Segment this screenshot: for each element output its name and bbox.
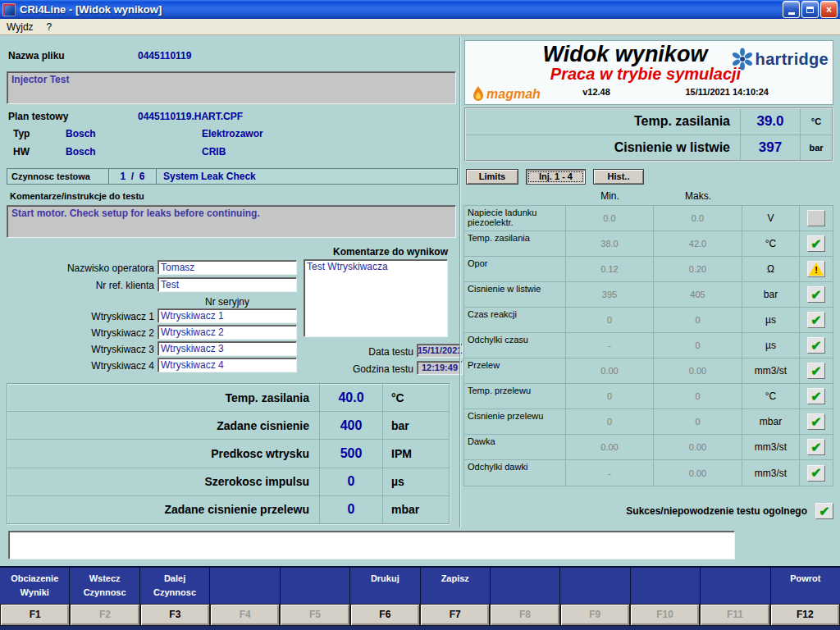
result-max: 0 <box>654 409 742 434</box>
fkey-button-f12[interactable]: F12 <box>770 604 840 626</box>
setpoint-label: Szerokosc impulsu <box>7 468 319 495</box>
test-step-label: Czynnosc testowa <box>7 169 109 184</box>
result-label: Napiecie ladunku piezoelektr. <box>464 206 566 231</box>
fkey-button-f2[interactable]: F2 <box>70 604 139 626</box>
result-max: 0 <box>654 308 742 332</box>
test-step-name: System Leak Check <box>157 169 457 184</box>
setpoint-row: Predkosc wtrysku 500 IPM <box>7 440 449 468</box>
result-row: Opor 0.12 0.20 Ω <box>464 257 833 282</box>
fkey-action-f4[interactable] <box>210 568 280 604</box>
test-step-strip: Czynnosc testowa 1 / 6 System Leak Check <box>7 168 458 185</box>
result-label: Opor <box>464 257 566 281</box>
result-unit: mm3/st <box>742 358 800 383</box>
setpoint-value: 0 <box>319 496 383 523</box>
fkey-action-f7[interactable]: Zapisz <box>421 568 491 604</box>
result-min: 395 <box>566 282 654 307</box>
setpoints-panel: Temp. zasilania 40.0 °C Zadane cisnienie… <box>7 383 450 524</box>
fkey-action-f1[interactable]: Obciazenie Wyniki <box>0 568 70 604</box>
function-key-bar: Obciazenie Wyniki Wstecz Czynnosc Dalej … <box>0 566 840 630</box>
injector2-label: Wtryskiwacz 2 <box>7 327 154 339</box>
result-unit: Ω <box>742 257 800 281</box>
tab-limits[interactable]: Limits <box>466 169 518 185</box>
app-icon[interactable] <box>2 3 16 16</box>
test-plan-value: 0445110119.HART.CPF <box>138 111 243 122</box>
setpoint-value: 500 <box>319 440 383 467</box>
injector3-serial-input[interactable] <box>158 341 297 356</box>
magmah-logo-text: magmah <box>486 87 541 102</box>
hw-brand: Bosch <box>66 146 96 158</box>
fkey-button-f11[interactable]: F11 <box>700 604 769 626</box>
result-min: 0.00 <box>566 435 654 459</box>
tab-inj-1-4[interactable]: Inj. 1 - 4 <box>526 169 586 185</box>
tab-history[interactable]: Hist.. <box>593 169 644 185</box>
result-status-icon <box>807 465 825 482</box>
injector1-label: Wtryskiwacz 1 <box>7 311 154 322</box>
software-version: v12.48 <box>543 87 650 97</box>
result-status-icon <box>807 210 825 226</box>
fkey-action-f11[interactable] <box>701 568 770 604</box>
result-min: 0 <box>566 384 654 409</box>
fkey-action-f12[interactable]: Powrot <box>771 568 840 604</box>
restore-icon <box>806 7 814 13</box>
hartridge-logo: hartridge <box>731 48 829 71</box>
client-ref-label: Nr ref. klienta <box>7 280 154 291</box>
live-label: Temp. zasilania <box>466 109 740 135</box>
operator-name-input[interactable] <box>158 260 297 275</box>
fkey-action-f5[interactable] <box>281 568 350 604</box>
fkey-action-f10[interactable] <box>631 568 701 604</box>
fkey-button-f9[interactable]: F9 <box>560 604 630 626</box>
minimize-button[interactable] <box>783 1 800 18</box>
live-value: 397 <box>740 135 801 161</box>
fkey-button-f6[interactable]: F6 <box>350 604 420 626</box>
result-comments-input[interactable]: Test Wtryskiwacza <box>304 259 448 337</box>
live-readout-panel: Temp. zasilania 39.0 °C Cisnienie w list… <box>464 107 833 162</box>
fkey-action-f9[interactable] <box>560 568 630 604</box>
result-max: 0.20 <box>654 257 742 281</box>
client-ref-input[interactable] <box>158 277 297 292</box>
result-status-icon <box>807 439 825 455</box>
fkey-button-f1[interactable]: F1 <box>0 604 70 626</box>
result-label: Temp. zasilania <box>464 231 566 256</box>
fkey-button-f5[interactable]: F5 <box>280 604 349 626</box>
fkey-action-f8[interactable] <box>491 568 560 604</box>
results-table: Min. Maks. Napiecie ladunku piezoelektr.… <box>463 188 833 486</box>
result-unit: mm3/st <box>742 435 800 459</box>
injector2-serial-input[interactable] <box>158 325 297 340</box>
fkey-action-f6[interactable]: Drukuj <box>350 568 420 604</box>
fkey-button-f8[interactable]: F8 <box>490 604 559 626</box>
file-name-value: 0445110119 <box>138 50 191 62</box>
fkey-button-f3[interactable]: F3 <box>140 604 210 626</box>
injector1-serial-input[interactable] <box>158 308 297 323</box>
restore-button[interactable] <box>801 1 819 18</box>
result-status-icon <box>807 337 825 354</box>
live-label: Cisnienie w listwie <box>466 135 740 161</box>
result-row: Dawka 0.00 0.00 mm3/st <box>464 435 833 460</box>
menu-help[interactable]: ? <box>47 21 52 33</box>
injector4-serial-input[interactable] <box>158 358 297 372</box>
result-row: Napiecie ladunku piezoelektr. 0.0 0.0 V <box>464 206 833 231</box>
result-min: 0 <box>566 308 654 332</box>
setpoint-row: Zadane cisnienie 400 bar <box>7 412 449 440</box>
test-time-label: Godzina testu <box>315 363 413 375</box>
result-max: 0.00 <box>654 358 742 383</box>
fkey-button-f4[interactable]: F4 <box>210 604 280 626</box>
test-time-value: 12:19:49 <box>417 361 463 375</box>
fkey-button-f7[interactable]: F7 <box>420 604 490 626</box>
serial-number-header: Nr seryjny <box>158 296 297 308</box>
result-min: - <box>566 333 654 358</box>
function-labels-row: Obciazenie Wyniki Wstecz Czynnosc Dalej … <box>0 566 840 604</box>
fkey-action-f2[interactable]: Wstecz Czynnosc <box>70 568 139 604</box>
fkey-button-f10[interactable]: F10 <box>630 604 700 626</box>
test-step-position: 1 / 6 <box>109 169 157 184</box>
result-label: Odchylki dawki <box>464 460 566 486</box>
main-content: Nazwa pliku 0445110119 Injector Test Pla… <box>0 35 840 566</box>
result-status-icon <box>807 363 825 379</box>
fkey-action-f3[interactable]: Dalej Czynnosc <box>140 568 210 604</box>
hartridge-turbine-icon <box>731 48 754 71</box>
menu-exit[interactable]: Wyjdz <box>7 21 34 33</box>
magmah-flame-icon <box>472 86 485 103</box>
current-datetime: 15/11/2021 14:10:24 <box>685 87 769 97</box>
result-row: Cisnienie w listwie 395 405 bar <box>464 282 833 308</box>
setpoint-row: Szerokosc impulsu 0 µs <box>7 468 449 496</box>
close-button[interactable]: × <box>820 1 838 18</box>
